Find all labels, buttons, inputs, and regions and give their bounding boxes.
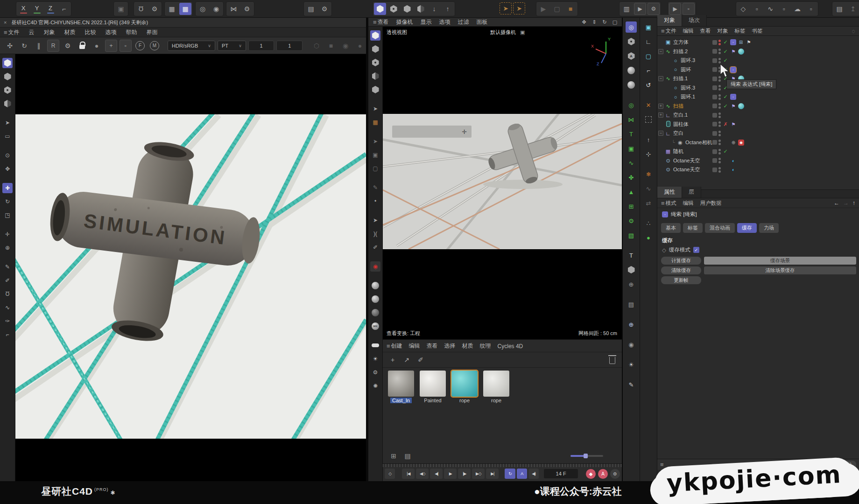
next-key-button[interactable]: ▶◇ [472, 469, 485, 479]
visibility-dots[interactable] [718, 49, 721, 54]
editor-visibility-toggle[interactable] [712, 58, 717, 63]
zoom-view-icon[interactable]: ⇕ [590, 18, 598, 26]
go-end-button[interactable]: ▶| [486, 469, 499, 479]
menu-item-编辑[interactable]: 编辑 [409, 342, 420, 350]
up-icon[interactable]: ↑ [852, 200, 855, 206]
square-cyan-icon[interactable]: ▢ [643, 50, 654, 62]
smile-sphere-icon[interactable] [626, 79, 637, 91]
flag-tag-icon[interactable]: ⚑ [746, 39, 752, 46]
tree-row-立方体[interactable]: ▣立方体✓▫⊞⚑ [657, 38, 859, 47]
perspective-viewport[interactable]: 透视视图 默认摄像机 ▣ ✛ Y X Z 查看变换: 工程 网格间距 : 50 … [383, 27, 622, 339]
live-selection-icon[interactable]: ➤ [500, 2, 512, 14]
toggle-axis-z[interactable]: Z [44, 3, 56, 15]
pan-view-icon[interactable]: ✥ [580, 18, 588, 26]
tree-row-圆环.3[interactable]: ○圆环.3✓ [657, 56, 859, 65]
smooth-icon[interactable]: ∿ [2, 302, 13, 313]
rotate-l-icon[interactable]: ↺ [643, 79, 654, 91]
format-select[interactable]: HDR/sRGB ∨ [168, 41, 215, 51]
camera-orb-icon[interactable]: ◎ [626, 21, 637, 33]
menu-item-纹理[interactable]: 纹理 [480, 342, 491, 350]
view-sphere-icon[interactable] [370, 30, 380, 41]
menu-item-显示[interactable]: 显示 [421, 18, 432, 26]
render-camera-icon[interactable]: ◉ [370, 261, 380, 272]
coord-icon[interactable]: ⊕ [2, 243, 13, 253]
visibility-dots[interactable] [718, 85, 721, 91]
curve-open-icon[interactable]: ▫ [778, 3, 790, 15]
resolution-field[interactable]: 1 [276, 41, 303, 51]
back-icon[interactable]: ← [834, 200, 839, 206]
editor-visibility-toggle[interactable] [712, 131, 717, 136]
attr-tab-基本[interactable]: 基本 [661, 223, 681, 233]
external-window-icon[interactable]: ▫ [683, 3, 695, 15]
enable-toggle[interactable]: ✓ [722, 49, 729, 55]
forward-icon[interactable]: → [843, 200, 849, 206]
new-document-icon[interactable]: ▤ [305, 3, 317, 15]
target-tag-icon[interactable]: ⊕ [730, 139, 737, 146]
render-view-icon[interactable]: ▥ [620, 3, 633, 15]
spline-dim-icon[interactable]: ∿ [643, 183, 654, 194]
menu-icon[interactable]: ≡ [4, 29, 7, 36]
tree-row-圆柱体[interactable]: 圆柱体✗⚑ [657, 120, 859, 129]
axis-lock-icon[interactable]: ✛ [2, 229, 13, 239]
delete-material-icon[interactable] [606, 354, 618, 366]
view-top-icon[interactable] [370, 44, 380, 54]
menu-item-材质[interactable]: 材质 [64, 28, 76, 36]
pan-icon[interactable]: ✥ [2, 164, 13, 174]
pen-icon[interactable]: ✎ [370, 182, 380, 193]
expand-toggle[interactable]: + [658, 112, 663, 118]
layout-icon[interactable]: ▤ [833, 3, 845, 15]
menu-item-材质[interactable]: 材质 [462, 342, 473, 350]
grid-orange-icon[interactable]: ▦ [370, 117, 380, 127]
key-settings-button[interactable]: ⚙ [610, 469, 620, 479]
view-iso-icon[interactable] [370, 84, 380, 95]
material-tag-icon[interactable] [738, 49, 744, 55]
attr-tab-力场[interactable]: 力场 [759, 223, 779, 233]
curve-editor-icon[interactable]: ∿ [764, 3, 776, 15]
tree-row-空白.1[interactable]: +∟空白.1 [657, 111, 859, 120]
rope-tag-icon[interactable]: ▫ [730, 94, 736, 100]
dots-icon[interactable]: ∴ [643, 217, 654, 229]
menu-item-标签[interactable]: 标签 [735, 28, 746, 35]
tab-层[interactable]: 层 [682, 187, 701, 198]
octane-tag-icon[interactable]: ◐ [730, 167, 737, 173]
frame-icon[interactable]: ▣ [370, 150, 380, 160]
shader-open-icon[interactable]: ▫ [751, 3, 763, 15]
menu-icon[interactable]: ≡ [387, 343, 390, 350]
brush-icon[interactable]: ✎ [2, 262, 13, 272]
import-icon[interactable]: ↓ [428, 3, 440, 15]
restart-render-icon[interactable]: ↻ [18, 40, 30, 52]
cone-a-icon[interactable]: ▲ [626, 186, 637, 197]
live-select-icon[interactable]: ➤ [2, 118, 13, 128]
points-mode-icon[interactable] [2, 98, 13, 109]
iris-icon[interactable]: ✣ [4, 40, 16, 52]
editor-visibility-toggle[interactable] [712, 49, 717, 54]
visibility-dots[interactable] [718, 112, 721, 118]
axis-l-icon[interactable]: ∟ [643, 36, 654, 47]
green-ball-icon[interactable]: ● [643, 232, 654, 243]
texture-mode-icon[interactable] [2, 71, 13, 82]
dashed-box-icon[interactable] [643, 114, 654, 125]
pick-material-icon[interactable]: ✐ [415, 354, 427, 366]
pencil-hex-icon[interactable]: ✎ [626, 379, 637, 390]
mirror-icon[interactable]: ⋈ [227, 3, 239, 15]
move-icon[interactable]: ✚ [2, 183, 13, 193]
menu-item-查看[interactable]: 查看 [700, 28, 711, 35]
snowflake-icon[interactable]: ❄ [643, 168, 654, 180]
thumbnail-size-slider[interactable] [570, 455, 603, 457]
autokeys-toggle[interactable]: A [517, 469, 527, 479]
texture-view-icon[interactable]: ▣ [115, 3, 127, 15]
visibility-dots[interactable] [718, 103, 721, 109]
rotate-icon[interactable]: ↻ [2, 196, 13, 207]
material-ball-mix[interactable]: MIX [370, 321, 380, 331]
mirror-settings-icon[interactable]: ⚙ [241, 3, 253, 15]
sphere-icon[interactable] [626, 65, 637, 76]
tab-对象[interactable]: 对象 [657, 15, 682, 26]
menu-item-面板[interactable]: 面板 [477, 18, 488, 26]
clone-icon[interactable]: ⊞ [626, 201, 637, 212]
menu-item-书签[interactable]: 书签 [752, 28, 763, 35]
cloth-icon[interactable]: T [626, 128, 637, 140]
button-清除缓存[interactable]: 清除缓存 [661, 266, 701, 274]
octane-tag-icon[interactable]: ◐ [730, 157, 737, 164]
editor-visibility-toggle[interactable] [712, 122, 717, 126]
sphere-grid-icon[interactable]: ⊕ [626, 279, 637, 290]
